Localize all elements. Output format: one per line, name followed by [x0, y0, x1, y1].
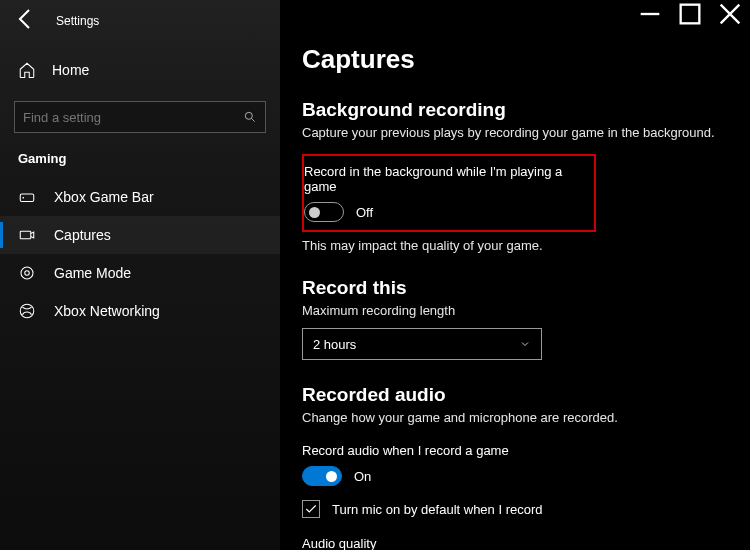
- search-box[interactable]: [14, 101, 266, 133]
- maximize-button[interactable]: [670, 0, 710, 28]
- close-button[interactable]: [710, 0, 750, 28]
- nav-label: Captures: [54, 227, 111, 243]
- window-title: Settings: [56, 14, 99, 28]
- toggle-state: Off: [356, 205, 373, 220]
- minimize-button[interactable]: [630, 0, 670, 28]
- nav-item-game-mode[interactable]: Game Mode: [0, 254, 280, 292]
- nav-label: Xbox Networking: [54, 303, 160, 319]
- chevron-down-icon: [519, 338, 531, 350]
- section-sub: Change how your game and microphone are …: [302, 410, 750, 425]
- highlighted-setting: Record in the background while I'm playi…: [302, 154, 596, 232]
- home-label: Home: [52, 62, 89, 78]
- home-nav[interactable]: Home: [0, 51, 280, 89]
- toggle-state: On: [354, 469, 371, 484]
- main-content: Captures Background recording Capture yo…: [280, 0, 750, 550]
- game-mode-icon: [18, 264, 36, 282]
- section-sub: Capture your previous plays by recording…: [302, 125, 750, 140]
- back-button[interactable]: [8, 5, 44, 37]
- select-value: 2 hours: [313, 337, 356, 352]
- svg-point-4: [25, 271, 30, 276]
- nav-label: Xbox Game Bar: [54, 189, 154, 205]
- section-recorded-audio: Recorded audio: [302, 384, 750, 406]
- svg-rect-2: [20, 231, 31, 239]
- search-input[interactable]: [23, 110, 243, 125]
- arrow-left-icon: [8, 1, 44, 41]
- nav-label: Game Mode: [54, 265, 131, 281]
- sidebar: Settings Home Gaming Xbox Game Bar Captu…: [0, 0, 280, 550]
- section-sub: Maximum recording length: [302, 303, 750, 318]
- nav-item-xbox-game-bar[interactable]: Xbox Game Bar: [0, 178, 280, 216]
- nav-item-xbox-networking[interactable]: Xbox Networking: [0, 292, 280, 330]
- section-background-recording: Background recording: [302, 99, 750, 121]
- max-length-select[interactable]: 2 hours: [302, 328, 542, 360]
- search-icon: [243, 110, 257, 124]
- nav-item-captures[interactable]: Captures: [0, 216, 280, 254]
- checkbox-label: Turn mic on by default when I record: [332, 502, 543, 517]
- svg-rect-1: [20, 194, 34, 202]
- toggle-hint: This may impact the quality of your game…: [302, 238, 750, 253]
- category-heading: Gaming: [0, 133, 280, 178]
- toggle-label: Record in the background while I'm playi…: [304, 164, 584, 194]
- home-icon: [18, 61, 36, 79]
- record-audio-toggle[interactable]: [302, 466, 342, 486]
- captures-icon: [18, 226, 36, 244]
- mic-default-checkbox[interactable]: [302, 500, 320, 518]
- section-record-this: Record this: [302, 277, 750, 299]
- page-title: Captures: [302, 44, 750, 75]
- game-bar-icon: [18, 188, 36, 206]
- xbox-icon: [18, 302, 36, 320]
- svg-point-0: [245, 112, 252, 119]
- svg-point-3: [21, 267, 33, 279]
- window-controls: [630, 0, 750, 28]
- background-record-toggle[interactable]: [304, 202, 344, 222]
- svg-point-5: [20, 304, 34, 318]
- titlebar: Settings: [0, 5, 280, 37]
- nav-list: Xbox Game Bar Captures Game Mode Xbox Ne…: [0, 178, 280, 330]
- svg-rect-6: [681, 5, 700, 24]
- toggle-label: Record audio when I record a game: [302, 443, 750, 458]
- audio-quality-label: Audio quality: [302, 536, 750, 550]
